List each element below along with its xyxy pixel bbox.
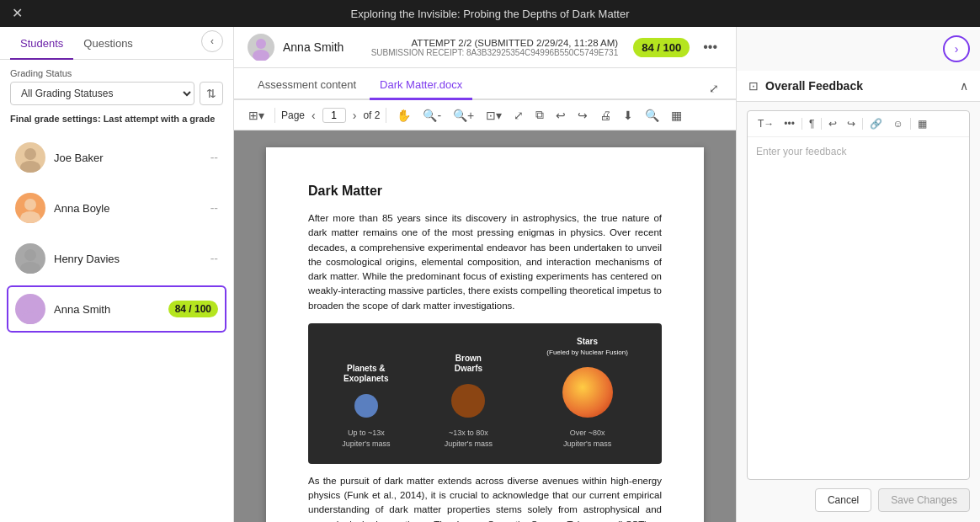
grading-status-row: All Grading Statuses Graded Ungraded In … <box>10 82 223 105</box>
avatar <box>15 243 45 274</box>
doc-body: Dark Matter After more than 85 years sin… <box>234 130 736 522</box>
text-style-button[interactable]: T→ <box>754 116 777 131</box>
divider <box>274 108 275 123</box>
sidebar-collapse-button[interactable]: ‹ <box>201 30 223 52</box>
page-total: of 2 <box>363 109 380 121</box>
divider <box>386 108 386 123</box>
more-options-button[interactable]: ••• <box>780 116 798 131</box>
search-button[interactable]: 🔍 <box>641 106 663 125</box>
tab-dark-matter-docx[interactable]: Dark Matter.docx <box>370 72 472 100</box>
overall-feedback-section: ⊡ Overall Feedback ∧ T→ ••• ¶ ↩ ↪ 🔗 ☺ <box>737 71 980 522</box>
header-grade-badge: 84 / 100 <box>633 38 690 57</box>
close-button[interactable]: ✕ <box>12 7 23 20</box>
redo-button[interactable]: ↪ <box>573 106 592 125</box>
overall-feedback-header: ⊡ Overall Feedback ∧ <box>737 71 980 102</box>
list-item-active[interactable]: Anna Smith 84 / 100 <box>7 285 226 333</box>
sidebar-tabs: Students Questions ‹ <box>0 27 233 60</box>
feedback-placeholder: Enter your feedback <box>748 137 969 479</box>
divider <box>910 118 911 130</box>
expand-button[interactable]: ⤢ <box>706 78 722 99</box>
doc-paragraph-1: After more than 85 years since its disco… <box>308 211 662 313</box>
tab-questions[interactable]: Questions <box>73 27 143 60</box>
doc-heading: Dark Matter <box>308 181 662 201</box>
more-tools-button[interactable]: ▦ <box>667 106 686 125</box>
pan-tool-button[interactable]: ✋ <box>392 106 415 125</box>
planet-label-1: Planets &Exoplanets <box>344 364 388 384</box>
save-changes-button[interactable]: Save Changes <box>878 488 970 512</box>
final-grade-note: Final grade settings: Last attempt with … <box>0 110 233 130</box>
planet-label-2: BrownDwarfs <box>455 354 482 374</box>
student-name: Joe Baker <box>54 152 210 164</box>
tab-assessment-content[interactable]: Assessment content <box>248 72 366 100</box>
student-grade: -- <box>210 201 218 215</box>
undo-button[interactable]: ↩ <box>551 106 570 125</box>
page-nav: Page ‹ › of 2 <box>281 106 380 125</box>
list-item[interactable]: Joe Baker -- <box>7 134 226 181</box>
list-item[interactable]: Anna Boyle -- <box>7 184 226 232</box>
student-grade: -- <box>210 151 218 164</box>
doc-toolbar: ⊞▾ Page ‹ › of 2 ✋ 🔍- 🔍+ ⊡▾ ⤢ ⧉ ↩ ↪ 🖨 ⬇ … <box>234 100 736 130</box>
fit-page-button[interactable]: ⊡▾ <box>482 106 506 125</box>
divider <box>802 118 802 130</box>
more-options-button[interactable]: ••• <box>698 38 722 56</box>
svg-point-0 <box>24 148 36 160</box>
avatar <box>15 294 45 324</box>
grid-view-button[interactable]: ⊞▾ <box>244 106 269 125</box>
svg-point-3 <box>20 211 40 223</box>
page-label: Page <box>281 109 305 121</box>
svg-point-1 <box>20 161 40 173</box>
zoom-out-button[interactable]: 🔍- <box>418 106 445 125</box>
top-bar: ✕ Exploring the Invisible: Probing the D… <box>0 0 980 27</box>
student-name: Anna Boyle <box>54 202 210 215</box>
planets-diagram: Planets &Exoplanets Up to ~13xJupiter's … <box>308 323 662 464</box>
zoom-in-button[interactable]: 🔍+ <box>449 106 478 125</box>
student-grade-badge: 84 / 100 <box>168 301 218 317</box>
print-button[interactable]: 🖨 <box>595 106 615 125</box>
grading-status-select[interactable]: All Grading Statuses Graded Ungraded In … <box>10 82 194 105</box>
planet-col-1: Planets &Exoplanets Up to ~13xJupiter's … <box>342 364 390 450</box>
student-list: Joe Baker -- Anna Boyle -- Henry Davies … <box>0 130 233 522</box>
collapse-icon[interactable]: ∧ <box>960 79 968 93</box>
copy-button[interactable]: ⧉ <box>531 105 548 125</box>
svg-point-8 <box>256 39 266 49</box>
tab-students[interactable]: Students <box>10 27 73 60</box>
current-student-avatar <box>248 34 274 61</box>
new-window-button[interactable]: ⤢ <box>509 106 528 125</box>
main-layout: Students Questions ‹ Grading Status All … <box>0 27 980 522</box>
planet-col-2: BrownDwarfs ~13x to 80xJupiter's mass <box>445 354 493 450</box>
emoji-button[interactable]: ☺ <box>889 116 906 131</box>
avatar <box>15 193 45 223</box>
svg-point-7 <box>20 312 40 324</box>
planet-shape-3 <box>562 367 613 418</box>
planet-caption-3: Over ~80xJupiter's mass <box>563 428 611 450</box>
feedback-actions: Cancel Save Changes <box>737 488 980 522</box>
avatar <box>15 142 45 173</box>
attempt-line: ATTEMPT 2/2 (SUBMITTED 2/29/24, 11:28 AM… <box>371 38 619 48</box>
doc-page: Dark Matter After more than 85 years sin… <box>266 147 704 522</box>
link-button[interactable]: 🔗 <box>866 116 886 131</box>
next-page-button[interactable]: › <box>349 106 361 125</box>
list-item[interactable]: Henry Davies -- <box>7 235 226 282</box>
media-button[interactable]: ▦ <box>914 116 930 131</box>
nav-next-button[interactable]: › <box>943 35 970 62</box>
prev-page-button[interactable]: ‹ <box>307 106 320 125</box>
sort-button[interactable]: ⇅ <box>200 82 223 105</box>
doc-paragraph-2: As the pursuit of dark matter extends ac… <box>308 474 662 522</box>
receipt-line: SUBMISSION RECEIPT: 8A3B32925354C94996B5… <box>371 48 619 57</box>
attempt-info: ATTEMPT 2/2 (SUBMITTED 2/29/24, 11:28 AM… <box>371 38 619 57</box>
planet-label-3: Stars(Fueled by Nuclear Fusion) <box>546 337 627 357</box>
sidebar: Students Questions ‹ Grading Status All … <box>0 27 234 522</box>
page-number-input[interactable] <box>322 108 346 123</box>
undo-button[interactable]: ↩ <box>825 116 840 131</box>
download-button[interactable]: ⬇ <box>619 106 637 125</box>
right-panel: › ⊡ Overall Feedback ∧ T→ ••• ¶ ↩ ↪ 🔗 <box>736 27 980 522</box>
window-title: Exploring the Invisible: Probing the Dep… <box>351 8 630 20</box>
doc-tabs: Assessment content Dark Matter.docx ⤢ <box>234 68 736 100</box>
planet-shape-1 <box>354 394 378 418</box>
redo-button[interactable]: ↪ <box>844 116 859 131</box>
cancel-button[interactable]: Cancel <box>815 488 871 512</box>
planet-col-3: Stars(Fueled by Nuclear Fusion) Over ~80… <box>546 337 627 450</box>
feedback-editor: T→ ••• ¶ ↩ ↪ 🔗 ☺ ▦ Enter your feedback <box>747 110 970 480</box>
paragraph-button[interactable]: ¶ <box>806 116 818 131</box>
student-name: Anna Smith <box>54 303 168 316</box>
